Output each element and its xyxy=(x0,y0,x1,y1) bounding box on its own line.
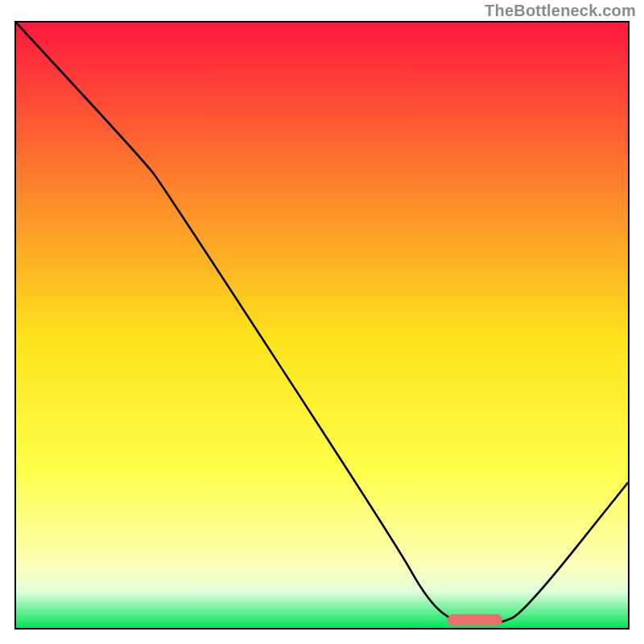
attribution-label: TheBottleneck.com xyxy=(485,2,636,20)
figure-root: TheBottleneck.com xyxy=(0,0,644,644)
optimal-range-marker xyxy=(448,614,502,625)
plot-area xyxy=(14,21,630,630)
bottleneck-curve xyxy=(16,23,628,628)
